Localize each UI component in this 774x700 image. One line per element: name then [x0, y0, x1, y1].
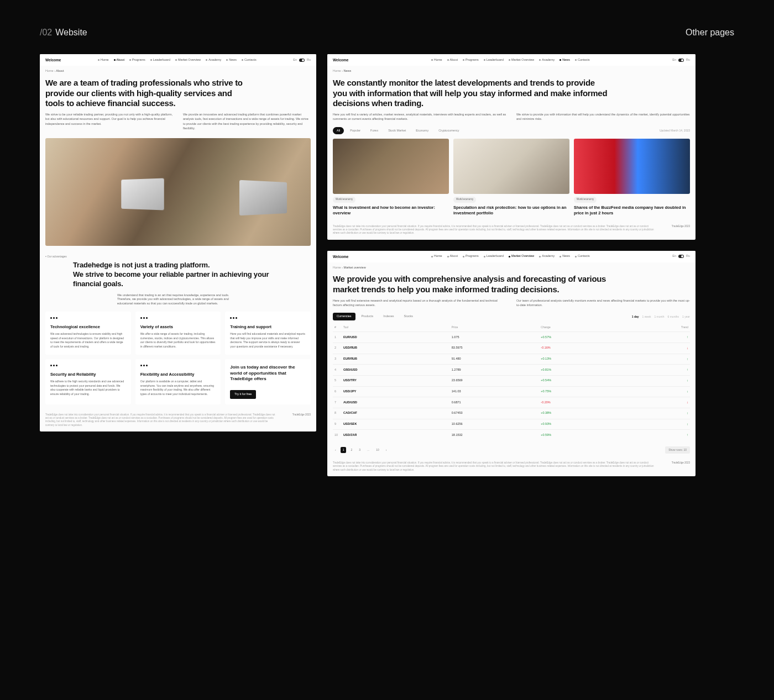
news-tag: World economy [453, 197, 476, 202]
hero-col-1: We strive to be your reliable trading pa… [45, 112, 173, 130]
time-tab[interactable]: 1 year [682, 315, 690, 319]
time-tab[interactable]: 1 day [632, 315, 639, 319]
nav-item-market-overview[interactable]: Market Overview [509, 58, 534, 62]
filter-cryptocurrency[interactable]: Cryptocurrency [435, 127, 463, 135]
lang-en[interactable]: En [672, 58, 676, 62]
crumb-home[interactable]: Home [333, 69, 341, 72]
show-rows-select[interactable]: Show rows: 10 [665, 446, 690, 454]
nav-item-programs[interactable]: Programs [463, 58, 479, 62]
table-row[interactable]: 6USD/JPY141.03+0.75%↑ [333, 386, 690, 397]
table-row[interactable]: 2USD/RUB83.5975-0.16%↓ [333, 343, 690, 354]
hero-title: We provide you with comprehensive analys… [327, 270, 614, 298]
nav-item-leaderboard[interactable]: Leaderboard [484, 254, 504, 259]
news-image [333, 139, 449, 194]
theme-toggle[interactable] [678, 59, 684, 62]
hero-image [45, 138, 311, 246]
nav-item-academy[interactable]: Academy [539, 58, 555, 62]
th-tool: Tool [342, 323, 450, 332]
nav-item-market-overview[interactable]: Market Overview [509, 254, 534, 259]
filter-stock-market[interactable]: Stock Market [384, 127, 410, 135]
nav-item-news[interactable]: News [559, 58, 570, 62]
nav-item-contacts[interactable]: Contacts [242, 58, 257, 62]
th-price: Price [450, 323, 540, 332]
cta-card: Join us today and discover the world of … [225, 359, 311, 404]
lang-ru[interactable]: Ru [686, 58, 690, 62]
page-num[interactable]: 2 [348, 447, 354, 453]
updated-label: Updated March 14, 2023 [660, 129, 690, 133]
tab-currencies[interactable]: Currencies [333, 313, 355, 320]
nav-item-news[interactable]: News [559, 254, 570, 259]
market-page-mock: Welcome HomeAboutProgramsLeaderboardMark… [327, 251, 695, 476]
lang-ru[interactable]: Ru [686, 254, 690, 259]
tab-indexes[interactable]: Indexes [379, 313, 398, 320]
try-free-button[interactable]: Try it for free [230, 390, 256, 399]
news-tag: World economy [333, 197, 355, 202]
nav-item-home[interactable]: Home [431, 58, 442, 62]
table-row[interactable]: 4GBD/USD1.2789+0.81%↑ [333, 365, 690, 376]
filter-forex[interactable]: Forex [367, 127, 382, 135]
news-title: What is investment and how to become an … [333, 205, 449, 216]
filter-economy[interactable]: Economy [412, 127, 432, 135]
page-num[interactable]: ... [365, 447, 372, 453]
page-num[interactable]: 10 [374, 447, 381, 453]
news-card[interactable]: World economyShares of the BuzzFeed medi… [574, 139, 690, 216]
hero-col-2: We provide an innovative and advanced tr… [183, 112, 311, 130]
nav-item-about[interactable]: About [447, 254, 458, 259]
table-row[interactable]: 1EUR/USD1.075+0.57%↑ [333, 332, 690, 343]
news-card[interactable]: World economySpeculation and risk protec… [453, 139, 569, 216]
table-row[interactable]: 7AUD/USD0.6871-0.20%↓ [333, 397, 690, 408]
table-row[interactable]: 9USD/SEK10.6256+0.93%↑ [333, 419, 690, 430]
footer-disclaimer: TradeEdge does not take into considerati… [327, 222, 695, 240]
time-tab[interactable]: 6 months [668, 315, 679, 319]
tab-products[interactable]: Products [358, 313, 378, 320]
nav-item-home[interactable]: Home [98, 58, 109, 62]
nav-item-news[interactable]: News [226, 58, 237, 62]
top-nav: Welcome HomeAboutProgramsLeaderboardMark… [327, 251, 695, 262]
lang-en[interactable]: En [672, 254, 676, 259]
nav-item-contacts[interactable]: Contacts [575, 58, 590, 62]
pagination[interactable]: ‹123...10› [333, 447, 389, 453]
news-card[interactable]: World economyWhat is investment and how … [333, 139, 449, 216]
breadcrumb: Home › News [327, 66, 695, 73]
filter-all[interactable]: All [333, 127, 344, 135]
nav-item-about[interactable]: About [114, 58, 124, 62]
top-nav: Welcome HomeAboutProgramsLeaderboardMark… [40, 54, 316, 66]
hero-col-1: Here you will find a variety of articles… [333, 112, 506, 122]
nav-item-leaderboard[interactable]: Leaderboard [484, 58, 504, 62]
nav-item-home[interactable]: Home [431, 254, 442, 259]
page-num[interactable]: 1 [341, 447, 347, 453]
theme-toggle[interactable] [678, 255, 684, 258]
page-num[interactable]: 3 [357, 447, 363, 453]
breadcrumb: Home › Market overview [327, 262, 695, 270]
crumb-home[interactable]: Home [45, 69, 54, 72]
table-row[interactable]: 8CAD/CHF0.67453+0.38%↑ [333, 408, 690, 419]
feature-card: Variety of assetsWe offer a wide range o… [135, 312, 221, 355]
table-row[interactable]: 3EUR/RUB91.480+0.13%↑ [333, 354, 690, 365]
theme-toggle[interactable] [299, 59, 305, 62]
crumb-home[interactable]: Home [333, 266, 341, 269]
nav-item-academy[interactable]: Academy [206, 58, 221, 62]
nav-item-contacts[interactable]: Contacts [575, 254, 590, 259]
market-table: # Tool Price Change Trend 1EUR/USD1.075+… [333, 323, 690, 440]
lang-en[interactable]: En [293, 58, 297, 62]
nav-item-academy[interactable]: Academy [539, 254, 555, 259]
crumb-current: About [56, 69, 64, 72]
filter-popular[interactable]: Popular [346, 127, 364, 135]
news-image [453, 139, 569, 194]
brand: Welcome [45, 57, 61, 62]
table-row[interactable]: 10USD/ZAR18.1532+0.59%↑ [333, 430, 690, 440]
time-tab[interactable]: 1 week [642, 315, 651, 319]
news-tag: World economy [574, 197, 597, 202]
disclaimer-text: TradeEdge does not take into considerati… [333, 225, 655, 235]
nav-item-market-overview[interactable]: Market Overview [175, 58, 201, 62]
nav-item-leaderboard[interactable]: Leaderboard [150, 58, 170, 62]
crumb-current: Market overview [344, 266, 366, 269]
lang-ru[interactable]: Ru [307, 58, 311, 62]
nav-item-about[interactable]: About [447, 58, 458, 62]
nav-item-programs[interactable]: Programs [129, 58, 145, 62]
time-tab[interactable]: 1 month [654, 315, 664, 319]
tab-stocks[interactable]: Stocks [400, 313, 417, 320]
section-number: /02 [40, 28, 52, 37]
table-row[interactable]: 5USD/TRY23.6569+0.54%↑ [333, 375, 690, 386]
nav-item-programs[interactable]: Programs [463, 254, 479, 259]
